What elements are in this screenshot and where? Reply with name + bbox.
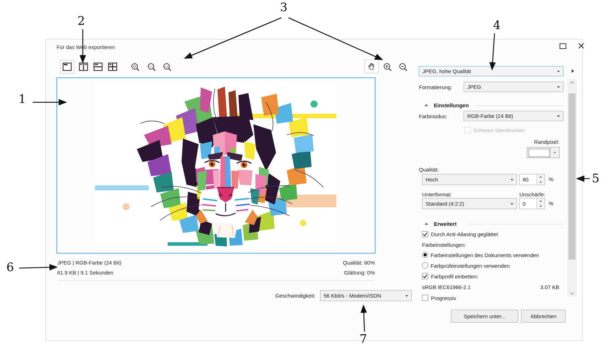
speed-value: 56 Kbit/s - Modem/ISDN xyxy=(324,293,381,299)
save-as-button[interactable]: Speichern unter... xyxy=(451,310,518,322)
quality-decrease-button[interactable] xyxy=(537,180,545,185)
chevron-up-icon xyxy=(570,81,574,86)
zoom-1to1-icon: 1:1 xyxy=(147,63,156,72)
preview-artwork xyxy=(95,82,336,249)
speed-dropdown[interactable]: 56 Kbit/s - Modem/ISDN xyxy=(320,290,412,301)
pan-tool-button[interactable] xyxy=(365,60,379,73)
status-size-info: 61.9 KB | 9.1 Sekunden xyxy=(57,270,113,276)
maximize-icon xyxy=(560,43,566,49)
proof-color-settings-radio[interactable] xyxy=(422,262,428,268)
status-quality-info: Qualität: 80% xyxy=(295,260,375,266)
color-profile-name: sRGB IEC61966-2.1 xyxy=(422,284,471,290)
speed-label: Geschwindigkeit: xyxy=(245,293,315,299)
zoom-out-icon xyxy=(399,63,408,72)
blur-label: Unschärfe: xyxy=(519,191,545,197)
quality-increase-button[interactable] xyxy=(537,174,545,180)
callout-2: 2 xyxy=(77,15,85,27)
chevron-down-icon xyxy=(554,152,556,153)
cancel-button[interactable]: Abbrechen xyxy=(521,310,566,322)
chevron-down-icon xyxy=(557,115,560,117)
callout-4: 4 xyxy=(493,19,501,31)
overprint-black-checkbox xyxy=(464,127,470,133)
color-mode-dropdown[interactable]: RGB-Farbe (24 Bit) xyxy=(464,111,563,121)
close-button[interactable] xyxy=(576,41,587,50)
dialog-title: Für das Web exportieren xyxy=(56,44,115,50)
advanced-divider xyxy=(467,224,563,224)
two-vertical-panes-icon xyxy=(79,63,88,71)
color-mode-label: Farbmodus: xyxy=(419,113,447,119)
matte-color-picker[interactable] xyxy=(527,147,560,158)
chevron-down-icon xyxy=(540,206,542,207)
chevron-down-icon xyxy=(405,295,408,297)
single-preview-button[interactable] xyxy=(60,60,74,74)
chevron-down-icon xyxy=(511,179,513,181)
zoom-100-icon: 100 xyxy=(163,63,172,72)
matte-color-swatch xyxy=(529,149,550,157)
subformat-dropdown[interactable]: Standard (4:2:2) xyxy=(422,198,517,209)
status-format-info: JPEG | RGB-Farbe (24 Bit) xyxy=(57,260,122,266)
matte-dropdown-button[interactable] xyxy=(550,147,559,158)
quality-spinner[interactable]: 80 xyxy=(519,174,545,185)
scrollbar-up-button[interactable] xyxy=(571,82,574,85)
document-color-settings-radio[interactable] xyxy=(422,252,428,258)
callout-6: 6 xyxy=(6,261,14,273)
chevron-up-icon xyxy=(540,176,542,178)
zoom-in-button[interactable] xyxy=(380,60,395,74)
preset-value: JPEG, hohe Qualität xyxy=(422,68,471,74)
format-label: Formatierung: xyxy=(419,84,452,90)
antialias-checkbox[interactable] xyxy=(422,231,428,237)
preset-flyout-icon[interactable] xyxy=(572,69,574,73)
preview-pane[interactable] xyxy=(56,77,376,254)
blur-spinner[interactable]: 0 xyxy=(519,198,545,209)
progressive-checkbox[interactable] xyxy=(422,295,428,301)
blur-amount: 0 xyxy=(520,199,536,209)
subformat-value: Standard (4:2:2) xyxy=(426,201,464,207)
zoom-100-label: 100 xyxy=(165,66,169,68)
format-dropdown[interactable]: JPEG xyxy=(464,82,563,92)
zoom-to-fit-icon xyxy=(131,63,140,72)
zoom-out-button[interactable] xyxy=(396,60,410,74)
embed-profile-checkbox[interactable] xyxy=(422,273,428,279)
panel-scrollbar[interactable] xyxy=(567,79,577,297)
color-mode-value: RGB-Farbe (24 Bit) xyxy=(467,113,513,119)
format-value: JPEG xyxy=(467,84,481,90)
embed-profile-label: Farbprofil einbetten: xyxy=(431,273,478,279)
advanced-header: Erweitert xyxy=(434,221,457,227)
chevron-down-icon xyxy=(557,71,560,72)
collapse-settings-icon[interactable] xyxy=(425,104,428,106)
color-settings-label: Farbeinstellungen: xyxy=(422,242,466,248)
document-color-settings-label: Farbeinstellungen des Dokuments verwende… xyxy=(431,252,539,258)
subformat-label: Unterformat: xyxy=(422,191,452,197)
close-icon xyxy=(578,43,584,49)
preset-dropdown[interactable]: JPEG, hohe Qualität xyxy=(419,66,563,76)
blur-decrease-button[interactable] xyxy=(537,204,545,209)
quality-value: Hoch xyxy=(426,176,438,183)
scrollbar-thumb[interactable] xyxy=(568,93,576,260)
quality-label: Qualität: xyxy=(419,167,439,173)
zoom-to-fit-button[interactable] xyxy=(128,60,142,74)
maximize-button[interactable] xyxy=(557,42,568,51)
status-smoothing-info: Glättung: 0% xyxy=(295,270,375,276)
collapse-advanced-icon[interactable] xyxy=(425,223,428,225)
zoom-1to1-button[interactable]: 1:1 xyxy=(145,60,159,74)
two-horizontal-previews-button[interactable] xyxy=(91,60,105,74)
callout-5: 5 xyxy=(592,173,599,184)
blur-percent-sign: % xyxy=(549,200,553,206)
zoom-in-icon xyxy=(383,63,392,72)
zoom-1to1-label: 1:1 xyxy=(149,65,153,68)
color-profile-size: 3.07 KB xyxy=(518,284,559,290)
four-previews-button[interactable] xyxy=(106,60,120,74)
matte-label: Randpixel: xyxy=(518,139,559,145)
zoom-100-button[interactable]: 100 xyxy=(160,60,174,74)
blur-increase-button[interactable] xyxy=(537,199,545,204)
quality-dropdown[interactable]: Hoch xyxy=(422,174,517,185)
two-vertical-previews-button[interactable] xyxy=(76,60,91,74)
scrollbar-down-button[interactable] xyxy=(571,291,574,294)
two-horizontal-panes-icon xyxy=(93,63,103,71)
overprint-black-label: Schwarz überdrucken xyxy=(473,127,525,133)
chevron-down-icon xyxy=(557,86,560,88)
quality-percent-sign: % xyxy=(549,176,553,182)
settings-header: Einstellungen xyxy=(434,102,469,108)
export-for-web-dialog: Für das Web exportieren xyxy=(45,39,583,341)
proof-color-settings-label: Farbprüfeinstellungen verwenden xyxy=(431,263,510,269)
